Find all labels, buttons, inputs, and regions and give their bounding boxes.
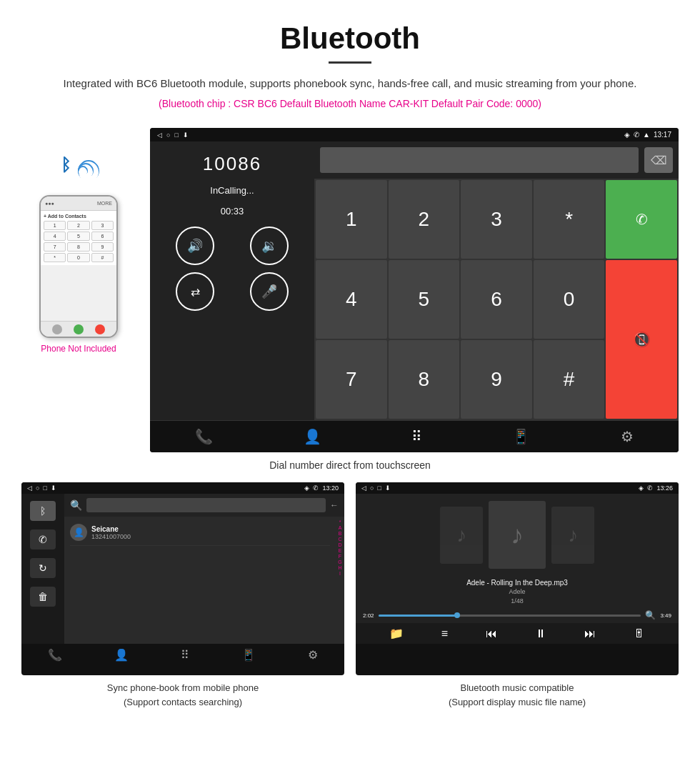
mic-btn[interactable]: 🎤 <box>250 272 289 311</box>
music-status-right: ◈ ✆ 13:26 <box>639 484 673 492</box>
pb-contact-item[interactable]: 👤 Seicane 13241007000 <box>70 519 330 546</box>
music-caption-line1: Bluetooth music compatible <box>461 682 574 693</box>
phone-manage-nav-icon[interactable]: 📱 <box>512 428 530 445</box>
pb-alpha-b[interactable]: B <box>339 531 342 536</box>
key-2[interactable]: 2 <box>389 180 460 259</box>
music-square-icon: □ <box>377 484 381 492</box>
transfer-btn[interactable]: ⇄ <box>176 272 214 311</box>
music-nav-icons: ◁ ○ □ ⬇ <box>361 484 391 492</box>
phone-key[interactable]: 0 <box>67 253 89 262</box>
settings-nav-icon[interactable]: ⚙ <box>621 428 634 445</box>
volume-down-icon: 🔉 <box>261 238 277 254</box>
pb-alpha-h[interactable]: H <box>338 565 341 570</box>
music-equalizer-icon[interactable]: 🎚 <box>634 627 645 640</box>
phone-top-bar: ●●●MORE <box>41 197 116 211</box>
phone-call-btn[interactable] <box>74 324 84 334</box>
key-*[interactable]: * <box>534 180 605 259</box>
pb-sync-btn[interactable]: ↻ <box>30 558 56 578</box>
phone-end-btn[interactable] <box>95 324 105 334</box>
phone-key[interactable]: 1 <box>44 221 66 230</box>
phonebook-card: ◁ ○ □ ⬇ ◈ ✆ 13:20 ᛒ ✆ ↻ 🗑 <box>21 482 344 709</box>
phone-key[interactable]: 7 <box>44 242 66 252</box>
music-prev-btn[interactable]: ⏮ <box>486 627 497 640</box>
pb-settings-nav[interactable]: ⚙ <box>308 648 318 662</box>
pb-list-area: 👤 Seicane 13241007000 * A B C <box>64 517 344 576</box>
keypad-nav-icon[interactable]: ⠿ <box>411 428 422 445</box>
phone-key[interactable]: 8 <box>67 242 89 252</box>
pb-phone-btn[interactable]: ✆ <box>30 529 56 549</box>
phone-key[interactable]: * <box>44 253 66 262</box>
music-list-icon[interactable]: ≡ <box>441 627 448 640</box>
phone-key[interactable]: 3 <box>91 221 114 230</box>
music-next-btn[interactable]: ⏭ <box>584 627 596 640</box>
pb-keypad-nav[interactable]: ⠿ <box>181 648 189 662</box>
phone-key[interactable]: 6 <box>91 232 114 241</box>
key-6[interactable]: 6 <box>461 260 532 339</box>
key-9[interactable]: 9 <box>461 340 532 419</box>
pb-alpha-g[interactable]: G <box>338 559 341 564</box>
music-info: Adele - Rolling In the Deep.mp3 Adele 1/… <box>356 576 679 610</box>
phone-key[interactable]: 4 <box>44 232 66 241</box>
music-progress-dot <box>454 612 460 618</box>
key-8[interactable]: 8 <box>389 340 460 419</box>
pb-content-area: 🔍 ← 👤 Seicane 13241007000 <box>64 494 344 644</box>
pb-alpha-f[interactable]: F <box>339 554 341 559</box>
key-#[interactable]: # <box>534 340 605 419</box>
pb-calls-nav[interactable]: 📞 <box>48 648 62 662</box>
music-controls: 📁 ≡ ⏮ ⏸ ⏭ 🎚 <box>356 623 679 644</box>
pb-avatar: 👤 <box>70 524 87 541</box>
pb-trash-btn[interactable]: 🗑 <box>30 587 56 607</box>
nav-arrows: ◁ ○ □ ⬇ <box>157 131 189 139</box>
dial-main: 10086 InCalling... 00:33 🔊 🔉 ⇄ 🎤 <box>150 141 679 420</box>
pb-alpha-c[interactable]: C <box>338 537 341 542</box>
phone-not-included-label: Phone Not Included <box>41 344 116 354</box>
phonebook-screen: ◁ ○ □ ⬇ ◈ ✆ 13:20 ᛒ ✆ ↻ 🗑 <box>21 482 344 675</box>
contacts-nav-icon[interactable]: 👤 <box>304 428 321 445</box>
music-albums: ♪ ♪ ♪ <box>356 494 679 576</box>
album-art-left: ♪ <box>440 507 483 564</box>
music-play-btn[interactable]: ⏸ <box>535 627 546 640</box>
pb-alpha-strip: * A B C D E F G H I <box>336 517 344 576</box>
pb-back-arrow: ← <box>330 500 339 510</box>
phone-key[interactable]: 9 <box>91 242 114 252</box>
music-progress-bar[interactable] <box>379 615 641 617</box>
music-search-icon[interactable]: 🔍 <box>645 610 656 620</box>
pb-alpha-a[interactable]: A <box>339 525 342 530</box>
backspace-btn[interactable]: ⌫ <box>644 147 673 173</box>
dial-input-field[interactable] <box>320 147 639 173</box>
key-7[interactable]: 7 <box>316 340 387 419</box>
volume-down-btn[interactable]: 🔉 <box>250 227 289 265</box>
pb-search-bar[interactable] <box>86 498 326 512</box>
key-4[interactable]: 4 <box>316 260 387 339</box>
pb-alpha-d[interactable]: D <box>338 542 341 547</box>
music-artist: Adele <box>356 588 679 595</box>
pb-bt-icon[interactable]: ᛒ <box>30 501 56 521</box>
phone-key[interactable]: 2 <box>67 221 89 230</box>
green-call-btn[interactable]: ✆ <box>606 180 677 259</box>
phone-key[interactable]: 5 <box>67 232 89 241</box>
dial-screen: ◁ ○ □ ⬇ ◈ ✆ ▲ 13:17 10086 InCalling... 0… <box>150 128 679 452</box>
music-caption-line2: (Support display music file name) <box>449 697 586 707</box>
pb-phone-nav[interactable]: 📱 <box>241 648 256 662</box>
pb-contacts-nav[interactable]: 👤 <box>114 648 129 662</box>
key-5[interactable]: 5 <box>389 260 460 339</box>
keypad-grid: 123*4560789#✆📵 <box>314 179 679 420</box>
key-1[interactable]: 1 <box>316 180 387 259</box>
volume-up-btn[interactable]: 🔊 <box>176 227 214 265</box>
music-progress-fill <box>379 615 457 617</box>
pb-bottom-nav: 📞 👤 ⠿ 📱 ⚙ <box>21 644 344 666</box>
time-display: 13:17 <box>654 131 671 139</box>
back-arrow-icon: ◁ <box>157 131 162 139</box>
phone-mockup: ●●●MORE + Add to Contacts 1 2 3 4 5 6 7 … <box>39 195 118 338</box>
pb-alpha-star[interactable]: * <box>339 519 341 524</box>
phone-key[interactable]: # <box>91 253 114 262</box>
key-0[interactable]: 0 <box>534 260 605 339</box>
pb-phone-icon: ✆ <box>313 484 319 492</box>
pb-alpha-e[interactable]: E <box>339 548 342 553</box>
call-transfer-nav-icon[interactable]: 📞 <box>195 428 213 445</box>
music-folder-icon[interactable]: 📁 <box>389 627 404 640</box>
key-3[interactable]: 3 <box>461 180 532 259</box>
red-end-btn[interactable]: 📵 <box>606 260 677 419</box>
wifi-icon: ▲ <box>643 131 650 139</box>
pb-alpha-i[interactable]: I <box>339 571 341 576</box>
